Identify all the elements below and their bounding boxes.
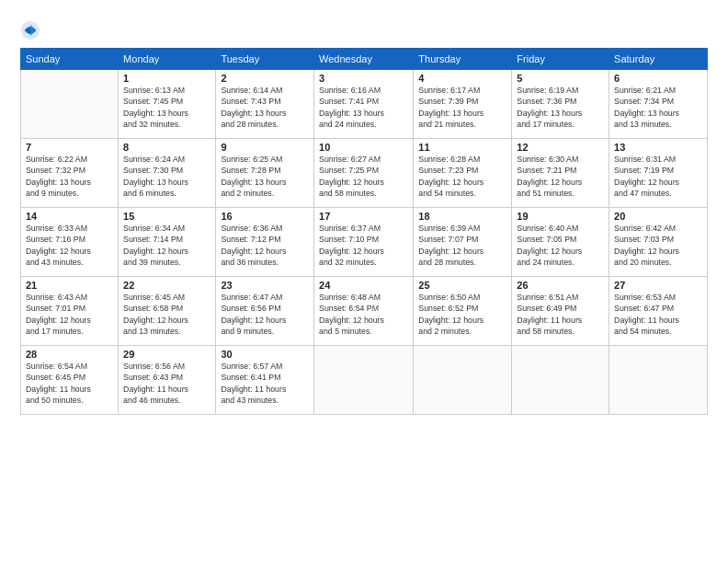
weekday-header-monday: Monday: [119, 49, 216, 70]
day-info: Sunrise: 6:47 AMSunset: 6:56 PMDaylight:…: [221, 292, 309, 337]
calendar-cell: 10Sunrise: 6:27 AMSunset: 7:25 PMDayligh…: [314, 139, 414, 208]
day-info: Sunrise: 6:14 AMSunset: 7:43 PMDaylight:…: [221, 85, 309, 130]
weekday-header-wednesday: Wednesday: [314, 49, 414, 70]
calendar-cell: 26Sunrise: 6:51 AMSunset: 6:49 PMDayligh…: [512, 277, 609, 346]
day-number: 8: [123, 142, 210, 153]
weekday-header-thursday: Thursday: [414, 49, 512, 70]
day-info: Sunrise: 6:28 AMSunset: 7:23 PMDaylight:…: [418, 154, 506, 199]
calendar-cell: 27Sunrise: 6:53 AMSunset: 6:47 PMDayligh…: [609, 277, 708, 346]
day-number: 2: [221, 73, 309, 84]
week-row-3: 14Sunrise: 6:33 AMSunset: 7:16 PMDayligh…: [21, 208, 708, 277]
day-number: 19: [517, 211, 604, 222]
calendar-cell: 5Sunrise: 6:19 AMSunset: 7:36 PMDaylight…: [512, 70, 609, 139]
day-info: Sunrise: 6:57 AMSunset: 6:41 PMDaylight:…: [221, 361, 309, 406]
calendar-cell: 29Sunrise: 6:56 AMSunset: 6:43 PMDayligh…: [119, 346, 216, 415]
calendar-cell: [609, 346, 708, 415]
day-info: Sunrise: 6:24 AMSunset: 7:30 PMDaylight:…: [123, 154, 210, 199]
day-info: Sunrise: 6:45 AMSunset: 6:58 PMDaylight:…: [123, 292, 210, 337]
calendar-cell: 15Sunrise: 6:34 AMSunset: 7:14 PMDayligh…: [119, 208, 216, 277]
week-row-4: 21Sunrise: 6:43 AMSunset: 7:01 PMDayligh…: [21, 277, 708, 346]
day-info: Sunrise: 6:42 AMSunset: 7:03 PMDaylight:…: [614, 223, 702, 268]
calendar-cell: 22Sunrise: 6:45 AMSunset: 6:58 PMDayligh…: [119, 277, 216, 346]
day-info: Sunrise: 6:22 AMSunset: 7:32 PMDaylight:…: [26, 154, 113, 199]
day-number: 1: [123, 73, 210, 84]
day-info: Sunrise: 6:48 AMSunset: 6:54 PMDaylight:…: [319, 292, 408, 337]
calendar-cell: 25Sunrise: 6:50 AMSunset: 6:52 PMDayligh…: [414, 277, 512, 346]
day-number: 26: [517, 280, 604, 291]
day-info: Sunrise: 6:21 AMSunset: 7:34 PMDaylight:…: [614, 85, 702, 130]
calendar-cell: 4Sunrise: 6:17 AMSunset: 7:39 PMDaylight…: [414, 70, 512, 139]
day-number: 11: [418, 142, 506, 153]
day-info: Sunrise: 6:27 AMSunset: 7:25 PMDaylight:…: [319, 154, 408, 199]
calendar-cell: 14Sunrise: 6:33 AMSunset: 7:16 PMDayligh…: [21, 208, 119, 277]
day-number: 13: [614, 142, 702, 153]
day-info: Sunrise: 6:43 AMSunset: 7:01 PMDaylight:…: [26, 292, 113, 337]
day-number: 16: [221, 211, 309, 222]
day-number: 22: [123, 280, 210, 291]
week-row-5: 28Sunrise: 6:54 AMSunset: 6:45 PMDayligh…: [21, 346, 708, 415]
day-number: 9: [221, 142, 309, 153]
calendar-cell: 24Sunrise: 6:48 AMSunset: 6:54 PMDayligh…: [314, 277, 414, 346]
day-number: 20: [614, 211, 702, 222]
day-info: Sunrise: 6:33 AMSunset: 7:16 PMDaylight:…: [26, 223, 113, 268]
day-info: Sunrise: 6:53 AMSunset: 6:47 PMDaylight:…: [614, 292, 702, 337]
calendar-cell: 20Sunrise: 6:42 AMSunset: 7:03 PMDayligh…: [609, 208, 708, 277]
calendar-cell: [21, 70, 119, 139]
day-number: 15: [123, 211, 210, 222]
day-info: Sunrise: 6:25 AMSunset: 7:28 PMDaylight:…: [221, 154, 309, 199]
day-info: Sunrise: 6:34 AMSunset: 7:14 PMDaylight:…: [123, 223, 210, 268]
day-info: Sunrise: 6:16 AMSunset: 7:41 PMDaylight:…: [319, 85, 408, 130]
day-number: 28: [26, 349, 113, 360]
calendar-cell: 6Sunrise: 6:21 AMSunset: 7:34 PMDaylight…: [609, 70, 708, 139]
day-number: 4: [418, 73, 506, 84]
day-number: 29: [123, 349, 210, 360]
day-number: 3: [319, 73, 408, 84]
calendar-cell: [414, 346, 512, 415]
logo: [20, 20, 42, 40]
day-number: 18: [418, 211, 506, 222]
calendar-cell: 30Sunrise: 6:57 AMSunset: 6:41 PMDayligh…: [216, 346, 314, 415]
day-info: Sunrise: 6:40 AMSunset: 7:05 PMDaylight:…: [517, 223, 604, 268]
calendar-cell: 23Sunrise: 6:47 AMSunset: 6:56 PMDayligh…: [216, 277, 314, 346]
weekday-header-friday: Friday: [512, 49, 609, 70]
day-info: Sunrise: 6:50 AMSunset: 6:52 PMDaylight:…: [418, 292, 506, 337]
day-number: 30: [221, 349, 309, 360]
day-info: Sunrise: 6:13 AMSunset: 7:45 PMDaylight:…: [123, 85, 210, 130]
weekday-header-sunday: Sunday: [21, 49, 119, 70]
day-number: 5: [517, 73, 604, 84]
weekday-header-saturday: Saturday: [609, 49, 708, 70]
calendar-cell: 18Sunrise: 6:39 AMSunset: 7:07 PMDayligh…: [414, 208, 512, 277]
day-number: 14: [26, 211, 113, 222]
day-number: 12: [517, 142, 604, 153]
week-row-2: 7Sunrise: 6:22 AMSunset: 7:32 PMDaylight…: [21, 139, 708, 208]
calendar-cell: 28Sunrise: 6:54 AMSunset: 6:45 PMDayligh…: [21, 346, 119, 415]
weekday-header-tuesday: Tuesday: [216, 49, 314, 70]
day-info: Sunrise: 6:37 AMSunset: 7:10 PMDaylight:…: [319, 223, 408, 268]
calendar-cell: 21Sunrise: 6:43 AMSunset: 7:01 PMDayligh…: [21, 277, 119, 346]
calendar-cell: [512, 346, 609, 415]
day-number: 7: [26, 142, 113, 153]
calendar-cell: 19Sunrise: 6:40 AMSunset: 7:05 PMDayligh…: [512, 208, 609, 277]
day-number: 23: [221, 280, 309, 291]
calendar-cell: 16Sunrise: 6:36 AMSunset: 7:12 PMDayligh…: [216, 208, 314, 277]
calendar-cell: 7Sunrise: 6:22 AMSunset: 7:32 PMDaylight…: [21, 139, 119, 208]
calendar-cell: 9Sunrise: 6:25 AMSunset: 7:28 PMDaylight…: [216, 139, 314, 208]
day-number: 25: [418, 280, 506, 291]
day-info: Sunrise: 6:51 AMSunset: 6:49 PMDaylight:…: [517, 292, 604, 337]
day-number: 10: [319, 142, 408, 153]
calendar-cell: 2Sunrise: 6:14 AMSunset: 7:43 PMDaylight…: [216, 70, 314, 139]
header: [20, 17, 708, 40]
calendar-table: SundayMondayTuesdayWednesdayThursdayFrid…: [20, 48, 708, 415]
day-number: 6: [614, 73, 702, 84]
day-info: Sunrise: 6:36 AMSunset: 7:12 PMDaylight:…: [221, 223, 309, 268]
day-info: Sunrise: 6:54 AMSunset: 6:45 PMDaylight:…: [26, 361, 113, 406]
calendar-cell: 8Sunrise: 6:24 AMSunset: 7:30 PMDaylight…: [119, 139, 216, 208]
day-info: Sunrise: 6:56 AMSunset: 6:43 PMDaylight:…: [123, 361, 210, 406]
calendar-cell: 13Sunrise: 6:31 AMSunset: 7:19 PMDayligh…: [609, 139, 708, 208]
day-info: Sunrise: 6:30 AMSunset: 7:21 PMDaylight:…: [517, 154, 604, 199]
day-info: Sunrise: 6:19 AMSunset: 7:36 PMDaylight:…: [517, 85, 604, 130]
day-number: 21: [26, 280, 113, 291]
day-info: Sunrise: 6:31 AMSunset: 7:19 PMDaylight:…: [614, 154, 702, 199]
calendar-cell: 17Sunrise: 6:37 AMSunset: 7:10 PMDayligh…: [314, 208, 414, 277]
calendar-cell: 3Sunrise: 6:16 AMSunset: 7:41 PMDaylight…: [314, 70, 414, 139]
